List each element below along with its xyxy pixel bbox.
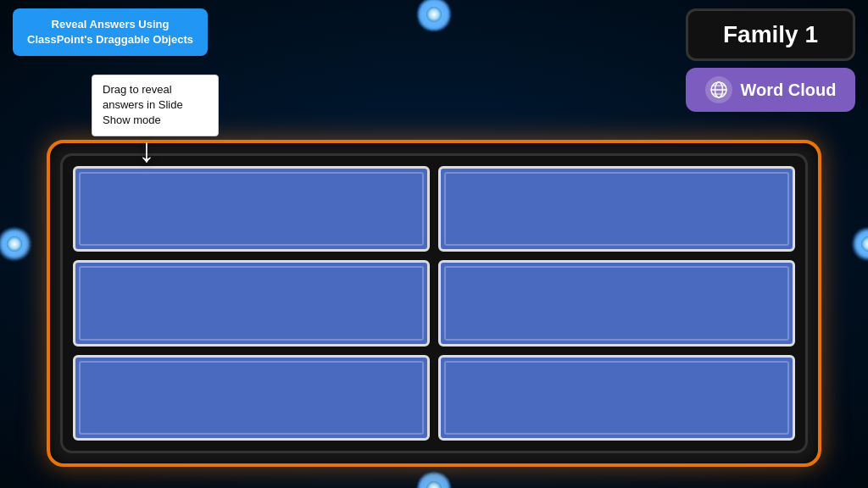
drag-arrow: ↓: [138, 131, 155, 169]
game-board: [60, 153, 808, 453]
family-label: Family 1: [723, 21, 818, 47]
family-badge: Family 1: [686, 8, 855, 61]
answer-cell-1[interactable]: [73, 166, 430, 252]
globe-svg: [709, 80, 728, 99]
word-cloud-button[interactable]: Word Cloud: [686, 68, 855, 112]
answer-cell-2[interactable]: [438, 166, 795, 252]
right-controls: Family 1 Word Cloud: [686, 8, 855, 112]
answer-cell-5[interactable]: [73, 355, 430, 441]
drag-tooltip-text: Drag to reveal answers in Slide Show mod…: [103, 83, 183, 126]
drag-tooltip: Drag to reveal answers in Slide Show mod…: [92, 75, 219, 136]
answer-cell-3[interactable]: [73, 260, 430, 346]
classpoint-banner: Reveal Answers Using ClassPoint's Dragga…: [13, 8, 208, 56]
game-board-wrapper: [47, 140, 821, 467]
banner-text: Reveal Answers Using ClassPoint's Dragga…: [27, 18, 193, 46]
word-cloud-label: Word Cloud: [741, 80, 837, 100]
answer-cell-4[interactable]: [438, 260, 795, 346]
answer-cell-6[interactable]: [438, 355, 795, 441]
word-cloud-icon: [705, 76, 732, 103]
